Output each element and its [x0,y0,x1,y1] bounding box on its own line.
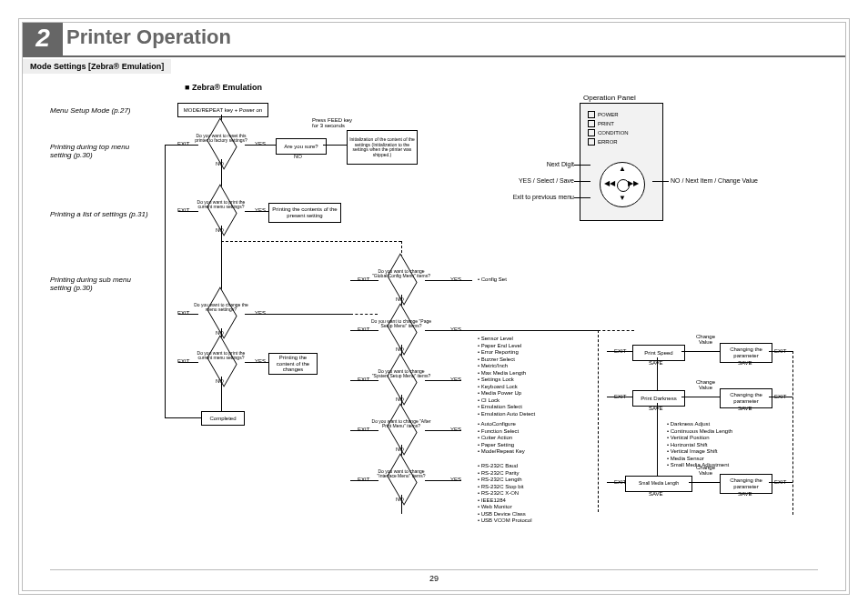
lbl-nonext: NO / Next Item / Change Value [671,177,758,184]
lbl-feed: Press FEED key for 3 seconds [312,117,352,128]
box-start: MODE/REPEAT key + Power on [177,103,268,117]
sidenote-c: Printing a list of settings (p.31) [50,210,150,218]
chapter-number: 2 [23,23,63,55]
bullets-interface: RS-232C BaudRS-232C ParityRS-232C Length… [478,463,531,525]
diamond-system: Do you want to change "System Setup Menu… [378,367,424,394]
chapter-title: Printer Operation [66,25,231,49]
diamond-global: Do you want to change "Global Config Men… [378,266,424,294]
lbl-configset: • Config Set [478,276,507,282]
diamond-printcur: Do you want to print the current menu se… [198,197,244,225]
box-darkness: Print Darkness [632,390,685,407]
lbl-yes: YES [255,141,266,146]
mode-strip: Mode Settings [Zebra® Emulation] [23,59,171,74]
lbl-exit: EXIT [177,141,189,146]
box-completed: Completed [201,411,245,426]
sidenote-b: Printing during top menu setting (p.30) [50,143,150,159]
bullets-system: Sensor LevelPaper End LevelError Reporti… [478,336,535,417]
box-changes: Printing the content of the changes [268,353,318,375]
box-sure: Are you sure? [276,138,327,155]
section-heading: ■ Zebra® Emulation [185,83,262,92]
dpad: ▲ ▼ ◀◀ ▶▶ [600,162,645,207]
box-printspeed: Print Speed [632,345,685,361]
diamond-page: Do you want to change "Page Setup Menu" … [378,317,424,344]
box-smallmedia: Small Media Length [625,476,692,492]
bullets-param: Darkness AdjustContinuous Media LengthVe… [667,421,732,469]
sidenote-d: Printing during sub menu setting (p.30) [50,276,150,292]
diamond-printcur2: Do you want to print the current menu se… [198,348,244,376]
footer-rule [50,569,818,570]
box-present: Printing the contents of the present set… [268,203,341,223]
diamond-reset: Do you want to reset this printer to fac… [198,131,244,158]
page-number: 29 [429,574,439,583]
op-panel-title: Operation Panel [583,94,636,102]
lbl-nextdigit: Next Digit [521,161,574,167]
chapter-rule [23,55,845,57]
box-init: Initialization of the content of the set… [347,130,418,165]
diamond-interface: Do you want to change "Interface Menu" i… [378,467,424,494]
diamond-after: Do you want to change "After Print Menu"… [378,417,424,444]
lbl-no2: NO [294,154,302,159]
diamond-changemenu: Do you want to change the menu settings? [198,300,244,327]
lbl-exitprev: Exit to previous menu [483,194,574,200]
sidenote-a: Menu Setup Mode (p.27) [50,106,150,115]
bullets-after: AutoConfigureFunction SelectCutter Actio… [478,421,525,456]
lbl-yesselect: YES / Select / Save [498,177,574,184]
operation-panel: POWERPRINTCONDITIONERROR ▲ ▼ ◀◀ ▶▶ [580,103,663,221]
lbl-no: NO [216,161,224,166]
